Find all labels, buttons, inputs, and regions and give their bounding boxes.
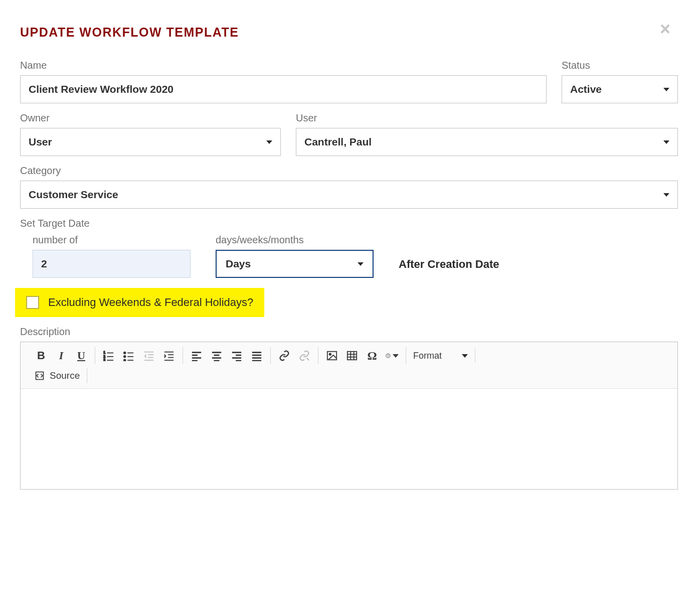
italic-button[interactable]: I [55, 349, 68, 362]
align-right-button[interactable] [230, 349, 243, 362]
editor-toolbar: B I U 123 [21, 342, 677, 389]
source-button[interactable]: Source [35, 368, 87, 383]
svg-text:3: 3 [103, 358, 105, 361]
category-label: Category [20, 165, 678, 177]
owner-select[interactable]: User [20, 128, 281, 156]
svg-point-46 [389, 355, 389, 355]
bold-button[interactable]: B [35, 349, 48, 362]
svg-rect-39 [347, 352, 357, 360]
svg-point-10 [124, 359, 126, 361]
excluding-label: Excluding Weekends & Federal Holidays? [48, 296, 253, 309]
owner-value: User [29, 136, 52, 148]
svg-point-44 [386, 354, 390, 358]
name-input[interactable] [20, 75, 547, 103]
source-label: Source [50, 370, 80, 381]
svg-line-36 [307, 358, 309, 361]
unit-select[interactable]: Days [216, 250, 374, 278]
svg-point-6 [124, 352, 126, 354]
category-value: Customer Service [29, 189, 118, 201]
user-label: User [296, 112, 678, 124]
name-label: Name [20, 60, 547, 71]
underline-button[interactable]: U [75, 349, 88, 362]
ordered-list-button[interactable]: 123 [102, 349, 115, 362]
excluding-checkbox[interactable] [26, 296, 39, 309]
chevron-down-icon [462, 354, 468, 358]
chevron-down-icon [358, 262, 364, 266]
owner-label: Owner [20, 112, 281, 124]
emoji-button[interactable] [386, 349, 399, 362]
description-label: Description [20, 326, 678, 338]
number-of-input[interactable] [33, 250, 191, 278]
chevron-down-icon [663, 193, 669, 197]
unit-label: days/weeks/months [216, 234, 374, 246]
status-select[interactable]: Active [562, 75, 678, 103]
excluding-row: Excluding Weekends & Federal Holidays? [15, 288, 264, 317]
unordered-list-button[interactable] [122, 349, 135, 362]
svg-point-45 [387, 355, 388, 355]
svg-rect-37 [327, 352, 336, 360]
align-center-button[interactable] [210, 349, 223, 362]
chevron-down-icon [663, 140, 669, 144]
align-justify-button[interactable] [250, 349, 263, 362]
format-label: Format [413, 351, 442, 361]
special-char-button[interactable]: Ω [366, 349, 379, 362]
svg-point-38 [329, 353, 331, 355]
after-creation-text: After Creation Date [399, 258, 499, 278]
chevron-down-icon [266, 140, 272, 144]
status-label: Status [562, 60, 678, 71]
align-left-button[interactable] [190, 349, 203, 362]
target-date-label: Set Target Date [20, 218, 678, 229]
rich-text-editor: B I U 123 [20, 342, 678, 490]
table-button[interactable] [345, 349, 359, 362]
chevron-down-icon [663, 88, 669, 91]
image-button[interactable] [325, 349, 338, 362]
unlink-button[interactable] [298, 349, 311, 362]
indent-button[interactable] [162, 349, 176, 362]
user-value: Cantrell, Paul [304, 136, 372, 148]
close-button[interactable]: × [660, 20, 670, 38]
number-of-label: number of [33, 234, 191, 246]
dialog-title: UPDATE WORKFLOW TEMPLATE [20, 25, 678, 40]
svg-point-8 [124, 356, 126, 358]
outdent-button[interactable] [142, 349, 155, 362]
format-select[interactable]: Format [406, 349, 475, 363]
category-select[interactable]: Customer Service [20, 181, 678, 209]
unit-value: Days [226, 258, 251, 270]
link-button[interactable] [278, 349, 291, 362]
description-textarea[interactable] [21, 389, 677, 489]
status-value: Active [570, 83, 602, 95]
user-select[interactable]: Cantrell, Paul [296, 128, 678, 156]
